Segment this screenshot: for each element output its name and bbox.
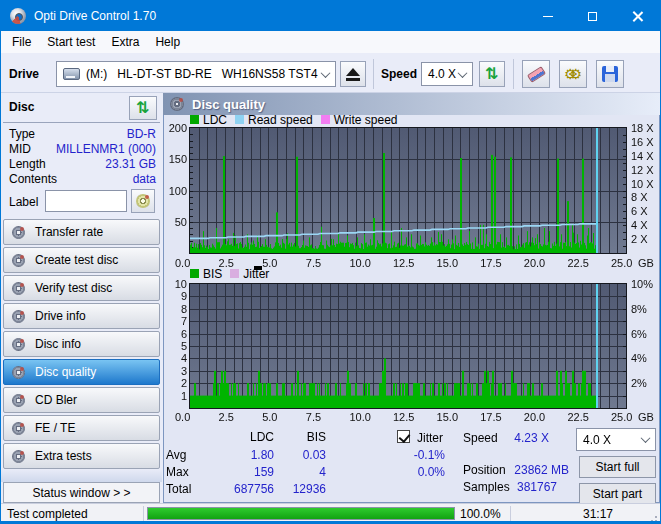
stats-row-avg-label: Avg bbox=[166, 448, 186, 462]
stats-col-ldc: LDC bbox=[247, 430, 274, 444]
bis-ytick-left: 10 bbox=[165, 278, 187, 290]
ldc-ytick-right: 16 X bbox=[631, 136, 654, 148]
refresh-arrows-icon: ⇅ bbox=[485, 66, 498, 82]
save-floppy-icon bbox=[602, 66, 618, 82]
legend-swatch bbox=[235, 115, 244, 124]
ldc-xtick: 12.5 bbox=[393, 257, 423, 269]
disc-icon bbox=[12, 450, 25, 463]
bis-ytick-right: 6% bbox=[631, 328, 647, 340]
save-button[interactable] bbox=[596, 60, 624, 88]
ldc-ytick-left: 150 bbox=[159, 153, 187, 165]
jitter-checkbox[interactable] bbox=[397, 430, 410, 443]
disc-label-input[interactable] bbox=[45, 190, 127, 212]
maximize-button[interactable] bbox=[570, 1, 615, 31]
disc-icon bbox=[12, 338, 25, 351]
eject-button[interactable] bbox=[340, 61, 366, 87]
sidebar-item-disc-info[interactable]: Disc info bbox=[3, 331, 160, 357]
disc-info-value: data bbox=[133, 172, 156, 186]
disc-icon bbox=[12, 366, 25, 379]
sidebar-item-drive-info[interactable]: Drive info bbox=[3, 303, 160, 329]
gears-icon: ⚙⚙ bbox=[564, 67, 582, 81]
bis-x-unit: GB bbox=[638, 411, 654, 423]
sidebar-item-label: FE / TE bbox=[35, 421, 75, 435]
ldc-ytick-right: 2 X bbox=[631, 233, 648, 245]
stats-avg-bis: 0.03 bbox=[276, 448, 326, 462]
stats-col-bis: BIS bbox=[293, 430, 326, 444]
speed-select[interactable]: 4.0 X bbox=[421, 62, 473, 86]
stats-max-ldc: 159 bbox=[204, 465, 274, 479]
sidebar-item-disc-quality[interactable]: Disc quality bbox=[3, 359, 160, 385]
sidebar-item-fe-te[interactable]: FE / TE bbox=[3, 415, 160, 441]
sidebar-item-label: Create test disc bbox=[35, 253, 118, 267]
refresh-disc-button[interactable]: ⇅ bbox=[129, 96, 157, 120]
sidebar-item-create-test-disc[interactable]: Create test disc bbox=[3, 247, 160, 273]
window-title: Opti Drive Control 1.70 bbox=[34, 9, 156, 23]
ldc-xtick: 15.0 bbox=[437, 257, 467, 269]
start-part-label: Start part bbox=[593, 487, 642, 501]
label-field-label: Label bbox=[9, 195, 38, 209]
status-window-button[interactable]: Status window > > bbox=[3, 482, 160, 503]
ldc-ytick-right: 10 X bbox=[631, 178, 654, 190]
settings-button[interactable]: ⚙⚙ bbox=[559, 60, 587, 88]
speed-label: Speed bbox=[381, 67, 417, 81]
legend-artifact-mark bbox=[254, 266, 262, 270]
disc-icon bbox=[12, 254, 25, 267]
ldc-ytick-left: 50 bbox=[159, 216, 187, 228]
samples-stat-value: 381767 bbox=[501, 480, 557, 494]
app-disc-icon bbox=[10, 8, 26, 24]
refresh-arrows-icon: ⇅ bbox=[136, 100, 149, 116]
bis-ytick-right: 2% bbox=[631, 377, 647, 389]
speed-stat-label: Speed bbox=[463, 431, 498, 445]
sidebar-item-transfer-rate[interactable]: Transfer rate bbox=[3, 219, 160, 245]
menu-item-file[interactable]: File bbox=[4, 31, 39, 53]
disc-icon bbox=[12, 226, 25, 239]
ldc-xtick: 10.0 bbox=[349, 257, 379, 269]
bis-xtick: 7.5 bbox=[306, 411, 336, 423]
close-button[interactable] bbox=[615, 1, 660, 31]
statusbar-divider bbox=[143, 506, 144, 521]
stats-avg-jitter: -0.1% bbox=[399, 448, 445, 462]
ldc-ytick-left: 100 bbox=[159, 185, 187, 197]
bis-xtick: 25.0 bbox=[611, 411, 641, 423]
bis-chart-canvas bbox=[190, 284, 626, 408]
start-part-button[interactable]: Start part bbox=[579, 483, 656, 505]
ldc-ytick-right: 4 X bbox=[631, 219, 648, 231]
menu-item-start-test[interactable]: Start test bbox=[39, 31, 103, 53]
legend-swatch bbox=[230, 269, 239, 278]
ldc-xtick: 2.5 bbox=[219, 257, 249, 269]
sidebar-item-label: Disc info bbox=[35, 337, 81, 351]
bis-xtick: 15.0 bbox=[437, 411, 467, 423]
drive-icon bbox=[63, 68, 80, 80]
bis-xtick: 20.0 bbox=[524, 411, 554, 423]
ldc-xtick: 20.0 bbox=[524, 257, 554, 269]
sidebar-item-extra-tests[interactable]: Extra tests bbox=[3, 443, 160, 469]
menu-item-help[interactable]: Help bbox=[147, 31, 188, 53]
ldc-ytick-right: 12 X bbox=[631, 164, 654, 176]
divider bbox=[3, 122, 160, 123]
bis-ytick-left: 3 bbox=[165, 365, 187, 377]
refresh-speeds-button[interactable]: ⇅ bbox=[479, 61, 505, 87]
sidebar-item-label: Disc quality bbox=[35, 365, 96, 379]
progress-percent: 100.0% bbox=[460, 507, 501, 521]
disc-info-label: Contents bbox=[9, 172, 57, 186]
position-stat-value: 23862 MB bbox=[501, 463, 569, 477]
bis-ytick-left: 7 bbox=[165, 315, 187, 327]
erase-disc-button[interactable] bbox=[522, 60, 550, 88]
bis-ytick-left: 5 bbox=[165, 340, 187, 352]
resize-grip[interactable] bbox=[655, 516, 657, 518]
disc-icon bbox=[12, 394, 25, 407]
sidebar-item-verify-test-disc[interactable]: Verify test disc bbox=[3, 275, 160, 301]
drive-select[interactable]: (M:) HL-DT-ST BD-RE WH16NS58 TST4 bbox=[56, 61, 336, 87]
sidebar-item-cd-bler[interactable]: CD Bler bbox=[3, 387, 160, 413]
start-full-button[interactable]: Start full bbox=[579, 456, 656, 478]
disc-label-button[interactable] bbox=[131, 189, 155, 213]
title-bar: Opti Drive Control 1.70 bbox=[1, 1, 660, 31]
disc-quality-icon bbox=[170, 97, 184, 111]
maximize-icon bbox=[588, 12, 597, 21]
menu-item-extra[interactable]: Extra bbox=[103, 31, 147, 53]
minimize-button[interactable] bbox=[525, 1, 570, 31]
quality-speed-select[interactable]: 4.0 X bbox=[576, 428, 656, 451]
ldc-xtick: 0.0 bbox=[175, 257, 205, 269]
disc-panel-title: Disc bbox=[9, 100, 34, 114]
stats-max-jitter: 0.0% bbox=[399, 465, 445, 479]
